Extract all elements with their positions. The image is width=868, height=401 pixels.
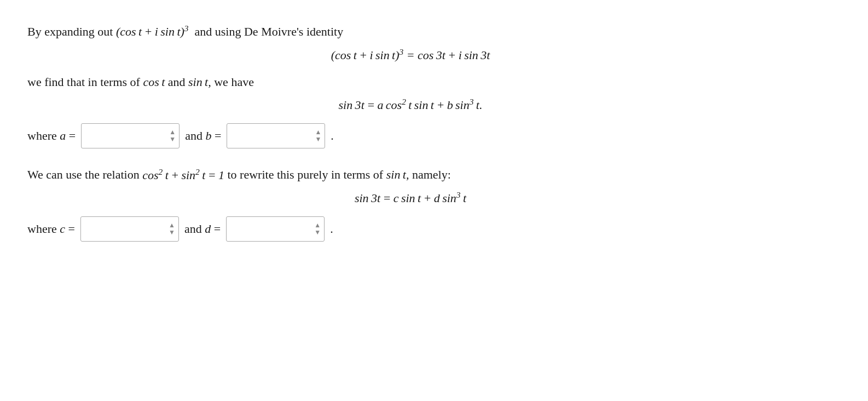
eq2-text: sin 3t = a cos2 t sin t + b sin3 t. (339, 98, 483, 112)
eq1-rhs: cos 3t + i sin 3t (418, 48, 490, 62)
spinner-c[interactable]: ▲ ▼ (169, 222, 175, 236)
intro-line: By expanding out (cos t + i sin t)3 and … (27, 22, 794, 42)
where-c-row: where c = ▲ ▼ and d = ▲ ▼ . (27, 216, 794, 242)
input-a[interactable]: ▲ ▼ (81, 123, 180, 148)
input-c[interactable]: ▲ ▼ (80, 216, 179, 242)
spinner-d[interactable]: ▲ ▼ (314, 222, 321, 236)
main-content: By expanding out (cos t + i sin t)3 and … (27, 22, 794, 242)
input-d[interactable]: ▲ ▼ (226, 216, 325, 242)
eq3-text: sin 3t = c sin t + d sin3 t (355, 191, 466, 205)
find-line: we find that in terms of cos t and sin t… (27, 72, 794, 91)
and-d-label: and d = (184, 222, 221, 236)
and-b-label: and b = (185, 129, 221, 143)
where-a-row: where a = ▲ ▼ and b = ▲ ▼ . (27, 123, 794, 148)
spinner-a[interactable]: ▲ ▼ (169, 129, 176, 143)
relation-line: We can use the relation cos2 t + sin2 t … (27, 165, 794, 185)
spinner-c-down[interactable]: ▼ (169, 229, 175, 236)
where-a-label: where a = (27, 129, 76, 143)
equation1-display: (cos t + i sin t)3 = cos 3t + i sin 3t (27, 47, 794, 62)
intro-suffix: and using De Moivre's identity (189, 25, 344, 38)
eq1-equals: = (407, 48, 418, 62)
spinner-b-down[interactable]: ▼ (315, 136, 321, 143)
equation2-display: sin 3t = a cos2 t sin t + b sin3 t. (27, 97, 794, 112)
dot-1: . (331, 129, 334, 143)
intro-expr: (cos t + i sin t)3 (116, 25, 189, 38)
where-c-label: where c = (27, 222, 75, 236)
spinner-d-down[interactable]: ▼ (314, 229, 321, 236)
intro-prefix: By expanding out (27, 25, 116, 38)
input-b[interactable]: ▲ ▼ (227, 123, 325, 148)
equation3-display: sin 3t = c sin t + d sin3 t (27, 190, 794, 205)
dot-2: . (330, 222, 333, 236)
spinner-b[interactable]: ▲ ▼ (315, 129, 321, 143)
spinner-a-down[interactable]: ▼ (169, 136, 176, 143)
eq1-lhs: (cos t + i sin t)3 (331, 48, 404, 62)
